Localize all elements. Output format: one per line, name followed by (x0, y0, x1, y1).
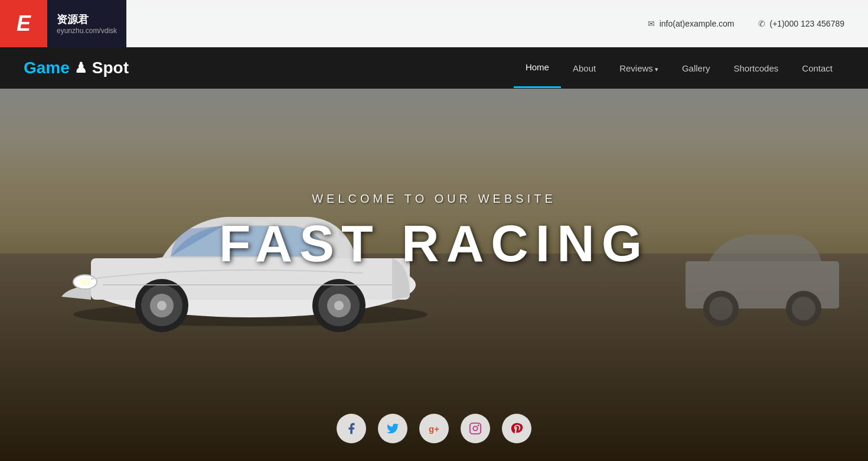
nav-bar: Game ♟ Spot Home About Reviews Gallery S… (0, 47, 868, 89)
logo-area: E 资源君 eyunzhu.com/vdisk (0, 0, 126, 47)
phone-icon: ✆ (758, 19, 765, 28)
top-bar: E 资源君 eyunzhu.com/vdisk ✉ info(at)exampl… (0, 0, 868, 47)
svg-point-15 (709, 297, 733, 320)
facebook-icon (345, 422, 358, 435)
svg-point-20 (478, 425, 479, 427)
svg-rect-18 (470, 423, 481, 434)
chess-icon: ♟ (74, 60, 87, 76)
nav-link-contact[interactable]: Contact (790, 49, 844, 87)
instagram-link[interactable] (461, 414, 490, 443)
nav-link-home[interactable]: Home (514, 48, 561, 88)
logo-url: eyunzhu.com/vdisk (57, 27, 117, 35)
email-info: ✉ info(at)example.com (648, 19, 735, 28)
site-title-game: Game (24, 59, 70, 77)
site-title: Game ♟ Spot (24, 59, 129, 77)
nav-link-reviews[interactable]: Reviews (608, 49, 670, 87)
logo-chinese: 资源君 (57, 12, 117, 27)
svg-point-4 (79, 278, 91, 286)
nav-item-shortcodes[interactable]: Shortcodes (722, 49, 790, 87)
twitter-link[interactable] (378, 414, 407, 443)
phone-info: ✆ (+1)000 123 456789 (758, 19, 845, 28)
pinterest-icon (510, 422, 523, 435)
nav-item-contact[interactable]: Contact (790, 49, 844, 87)
nav-item-reviews[interactable]: Reviews (608, 49, 670, 87)
nav-item-gallery[interactable]: Gallery (670, 49, 722, 87)
contact-info: ✉ info(at)example.com ✆ (+1)000 123 4567… (648, 19, 844, 28)
nav-links: Home About Reviews Gallery Shortcodes Co… (514, 48, 844, 88)
site-title-spot: Spot (92, 59, 129, 77)
svg-point-17 (792, 297, 815, 320)
facebook-link[interactable] (337, 414, 366, 443)
social-bar: g+ (337, 414, 531, 443)
hero-title: FAST RACING (219, 217, 649, 270)
bg-car (674, 226, 851, 332)
nav-link-gallery[interactable]: Gallery (670, 49, 722, 87)
hero-content: WELCOME TO OUR WEBSITE FAST RACING (219, 192, 649, 270)
nav-link-shortcodes[interactable]: Shortcodes (722, 49, 790, 87)
logo-text-area: 资源君 eyunzhu.com/vdisk (47, 0, 126, 47)
email-address: info(at)example.com (660, 19, 735, 28)
twitter-icon (386, 422, 399, 435)
hero-subtitle: WELCOME TO OUR WEBSITE (219, 192, 649, 206)
pinterest-link[interactable] (502, 414, 531, 443)
nav-item-home[interactable]: Home (514, 48, 561, 88)
googleplus-icon: g+ (429, 424, 439, 434)
phone-number: (+1)000 123 456789 (770, 19, 845, 28)
nav-item-about[interactable]: About (561, 49, 608, 87)
email-icon: ✉ (648, 19, 655, 28)
svg-point-12 (334, 301, 344, 310)
svg-point-19 (473, 426, 477, 430)
logo-letter: E (0, 0, 47, 47)
svg-point-8 (157, 301, 167, 310)
instagram-icon (469, 422, 482, 435)
googleplus-link[interactable]: g+ (419, 414, 449, 443)
nav-link-about[interactable]: About (561, 49, 608, 87)
